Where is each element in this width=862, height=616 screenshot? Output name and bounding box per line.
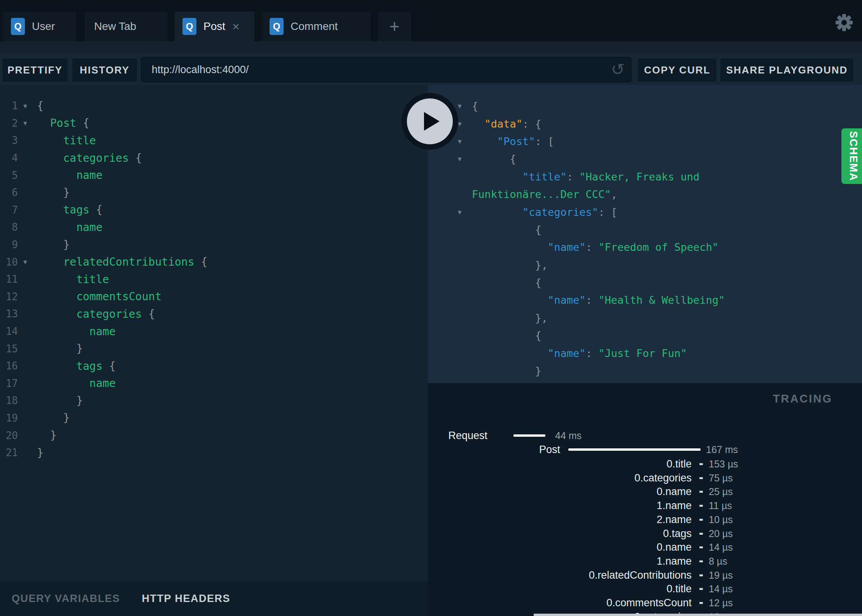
response-line: { bbox=[428, 327, 862, 344]
line-number: 17 bbox=[0, 378, 18, 389]
editor-line: 1▾{ bbox=[0, 97, 428, 115]
response-line: { bbox=[428, 221, 862, 238]
editor-line: 10▾ relatedContributions { bbox=[0, 253, 428, 271]
editor-line: 18 } bbox=[0, 392, 428, 410]
response-line: }, bbox=[428, 309, 862, 327]
resolver-path: 0.name bbox=[657, 541, 692, 553]
history-button[interactable]: HISTORY bbox=[72, 58, 137, 82]
resolver-duration: 10 µs bbox=[709, 513, 733, 526]
execute-query-button[interactable] bbox=[401, 93, 458, 150]
editor-line: 12 commentsCount bbox=[0, 288, 428, 306]
http-headers-tab[interactable]: HTTP HEADERS bbox=[142, 593, 231, 605]
horizontal-scrollbar[interactable] bbox=[534, 614, 862, 616]
resolver-duration: 20 µs bbox=[709, 527, 733, 540]
span-duration: 44 ms bbox=[555, 429, 582, 442]
trace-bar bbox=[699, 546, 703, 548]
collapse-arrow-icon[interactable]: ▾ bbox=[458, 154, 472, 163]
tab-bar: Q User New Tab Q Post × Q Comment + bbox=[0, 0, 862, 41]
response-line: ▾ { bbox=[428, 150, 862, 168]
query-editor[interactable]: 1▾{ 2▾ Post { 3 title 4 categories { 5 n… bbox=[0, 85, 428, 581]
resolver-path: 0.commentsCount bbox=[606, 597, 692, 609]
fold-arrow-icon[interactable]: ▾ bbox=[18, 102, 37, 110]
resolver-duration: 75 µs bbox=[709, 472, 733, 484]
toolbar: PRETTIFY HISTORY ↺ COPY CURL SHARE PLAYG… bbox=[0, 53, 862, 85]
collapse-arrow-icon[interactable]: ▾ bbox=[458, 119, 472, 128]
line-number: 8 bbox=[0, 221, 18, 233]
refresh-schema-icon[interactable]: ↺ bbox=[611, 61, 625, 78]
tracing-resolver-row: 1.name11 µs bbox=[428, 499, 862, 512]
collapse-arrow-icon[interactable]: ▾ bbox=[458, 137, 472, 146]
query-variables-tab[interactable]: QUERY VARIABLES bbox=[12, 593, 120, 605]
endpoint-url-bar: ↺ bbox=[141, 57, 632, 82]
play-icon bbox=[424, 112, 440, 131]
line-number: 1 bbox=[0, 100, 18, 112]
resolver-duration: 25 µs bbox=[709, 485, 733, 498]
editor-line: 2▾ Post { bbox=[0, 115, 428, 132]
editor-line: 7 tags { bbox=[0, 201, 428, 219]
resolver-duration: 11 µs bbox=[709, 499, 732, 512]
line-number: 7 bbox=[0, 204, 18, 216]
line-number: 16 bbox=[0, 360, 18, 372]
resolver-path: 1.name bbox=[657, 555, 692, 567]
collapse-arrow-icon[interactable]: ▾ bbox=[458, 208, 472, 217]
add-tab-button[interactable]: + bbox=[378, 12, 411, 41]
tracing-span-row: Request 44 ms bbox=[428, 429, 862, 442]
trace-bar bbox=[699, 519, 703, 521]
resolver-path: 0.name bbox=[657, 485, 692, 498]
line-number: 2 bbox=[0, 117, 18, 129]
trace-bar bbox=[699, 477, 703, 479]
url-input[interactable] bbox=[142, 64, 611, 76]
line-number: 10 bbox=[0, 256, 18, 268]
close-tab-icon[interactable]: × bbox=[232, 20, 240, 33]
resolver-duration: 8 µs bbox=[709, 555, 727, 567]
tab-user[interactable]: Q User bbox=[3, 12, 76, 41]
line-number: 11 bbox=[0, 273, 18, 285]
editor-line: 6 } bbox=[0, 184, 428, 201]
editor-line: 19 } bbox=[0, 410, 428, 427]
editor-line: 8 name bbox=[0, 219, 428, 236]
trace-bar bbox=[699, 588, 703, 590]
line-number: 20 bbox=[0, 430, 18, 441]
fold-arrow-icon[interactable]: ▾ bbox=[18, 257, 37, 266]
tracing-resolver-row: 0.name14 µs bbox=[428, 541, 862, 553]
tab-post[interactable]: Q Post × bbox=[175, 12, 254, 41]
response-line: ▾ "Post": [ bbox=[428, 133, 862, 150]
editor-line: 16 tags { bbox=[0, 357, 428, 375]
tracing-resolver-row: 0.title14 µs bbox=[428, 583, 862, 595]
response-line: ▾ "data": { bbox=[428, 115, 862, 132]
collapse-arrow-icon[interactable]: ▾ bbox=[458, 102, 472, 110]
trace-bar bbox=[568, 448, 701, 451]
response-line: "title": "Hacker, Freaks und bbox=[428, 168, 862, 186]
response-line: Funktionäre...Der CCC", bbox=[428, 186, 862, 203]
resolver-path: 0.categories bbox=[634, 472, 692, 484]
editor-line: 11 title bbox=[0, 271, 428, 288]
editor-line: 20 } bbox=[0, 427, 428, 444]
tab-new-tab[interactable]: New Tab bbox=[85, 12, 168, 41]
editor-line: 14 name bbox=[0, 323, 428, 340]
share-playground-button[interactable]: SHARE PLAYGROUND bbox=[720, 58, 853, 82]
tab-label: Comment bbox=[291, 20, 338, 33]
response-line: ▾ "categories": [ bbox=[428, 203, 862, 220]
copy-curl-button[interactable]: COPY CURL bbox=[638, 58, 717, 82]
line-number: 21 bbox=[0, 447, 18, 458]
editor-line: 3 title bbox=[0, 132, 428, 149]
tab-comment[interactable]: Q Comment bbox=[262, 12, 371, 41]
fold-arrow-icon[interactable]: ▾ bbox=[18, 119, 37, 128]
resolver-path: 0.tags bbox=[663, 527, 692, 540]
resolver-duration: 153 µs bbox=[709, 458, 738, 470]
tracing-resolver-row: 2.name10 µs bbox=[428, 513, 862, 526]
settings-gear-icon[interactable] bbox=[835, 13, 853, 32]
tracing-resolver-row: 0.relatedContributions19 µs bbox=[428, 569, 862, 581]
response-line: { bbox=[428, 274, 862, 291]
response-line: "name": "Just For Fun" bbox=[428, 344, 862, 362]
trace-bar bbox=[699, 602, 703, 604]
tab-bar-strip bbox=[0, 41, 862, 53]
resolver-duration: 12 µs bbox=[709, 597, 733, 609]
response-line: }, bbox=[428, 256, 862, 274]
prettify-button[interactable]: PRETTIFY bbox=[2, 58, 68, 82]
editor-line: 21} bbox=[0, 444, 428, 462]
schema-tab[interactable]: SCHEMA bbox=[841, 128, 862, 184]
trace-bar bbox=[699, 491, 703, 493]
line-number: 15 bbox=[0, 343, 18, 355]
editor-line: 5 name bbox=[0, 166, 428, 184]
